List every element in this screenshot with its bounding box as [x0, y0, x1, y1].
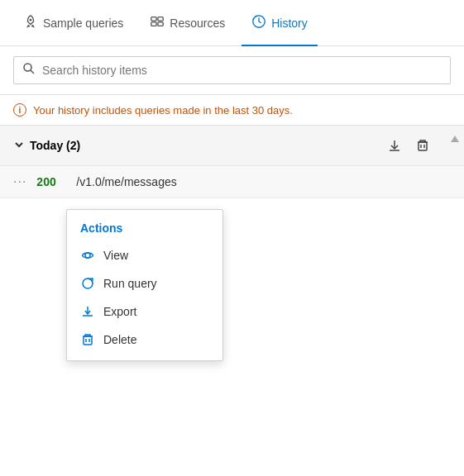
section-title: Today (2)	[13, 139, 383, 153]
rocket-icon	[23, 14, 38, 32]
delete-button[interactable]	[411, 134, 434, 157]
info-banner: i Your history includes queries made in …	[0, 95, 464, 126]
view-icon	[80, 248, 95, 263]
context-menu-delete[interactable]: Delete	[67, 326, 222, 354]
run-query-icon	[80, 276, 95, 291]
section-title-text: Today (2)	[30, 139, 80, 152]
item-menu-dots[interactable]: ···	[13, 174, 26, 189]
info-text: Your history includes queries made in th…	[33, 104, 293, 117]
search-icon	[22, 62, 36, 79]
section-header: Today (2)	[0, 126, 464, 166]
context-menu-view-label: View	[103, 249, 128, 262]
svg-rect-17	[84, 336, 92, 345]
svg-rect-2	[158, 17, 163, 21]
section-actions	[383, 134, 451, 157]
delete-menu-icon	[80, 332, 95, 347]
context-menu-run-query-label: Run query	[103, 277, 157, 290]
item-path: /v1.0/me/messages	[76, 175, 176, 188]
svg-rect-1	[151, 17, 156, 21]
context-menu: Actions View Run query	[66, 209, 223, 361]
top-navigation: Sample queries Resources History	[0, 0, 464, 46]
context-menu-run-query[interactable]: Run query	[67, 269, 222, 298]
tab-sample-queries[interactable]: Sample queries	[13, 1, 133, 46]
svg-line-7	[31, 70, 34, 74]
info-icon: i	[13, 103, 26, 117]
context-menu-export-label: Export	[103, 305, 136, 318]
download-button[interactable]	[383, 134, 406, 157]
history-icon	[251, 14, 266, 32]
svg-point-6	[24, 64, 31, 71]
tab-resources[interactable]: Resources	[140, 1, 235, 46]
scroll-indicator	[451, 136, 459, 142]
svg-rect-3	[151, 21, 156, 26]
svg-rect-4	[158, 21, 163, 26]
search-box	[13, 56, 451, 84]
tab-history-label: History	[271, 17, 308, 30]
context-menu-delete-label: Delete	[103, 333, 136, 346]
context-menu-export[interactable]: Export	[67, 298, 222, 326]
svg-rect-10	[419, 142, 427, 150]
tab-history[interactable]: History	[242, 1, 318, 46]
context-menu-view[interactable]: View	[67, 241, 222, 269]
status-code: 200	[36, 175, 66, 188]
history-item[interactable]: ··· 200 /v1.0/me/messages	[0, 166, 464, 198]
search-input[interactable]	[42, 64, 442, 77]
main-content: ··· 200 /v1.0/me/messages Actions View	[0, 166, 464, 198]
svg-point-0	[30, 18, 32, 21]
context-menu-title: Actions	[67, 217, 222, 241]
resources-icon	[150, 14, 165, 32]
tab-resources-label: Resources	[170, 17, 225, 30]
export-icon	[80, 304, 95, 319]
tab-sample-queries-label: Sample queries	[43, 17, 123, 30]
search-container	[0, 46, 464, 95]
chevron-down-icon	[13, 139, 25, 153]
